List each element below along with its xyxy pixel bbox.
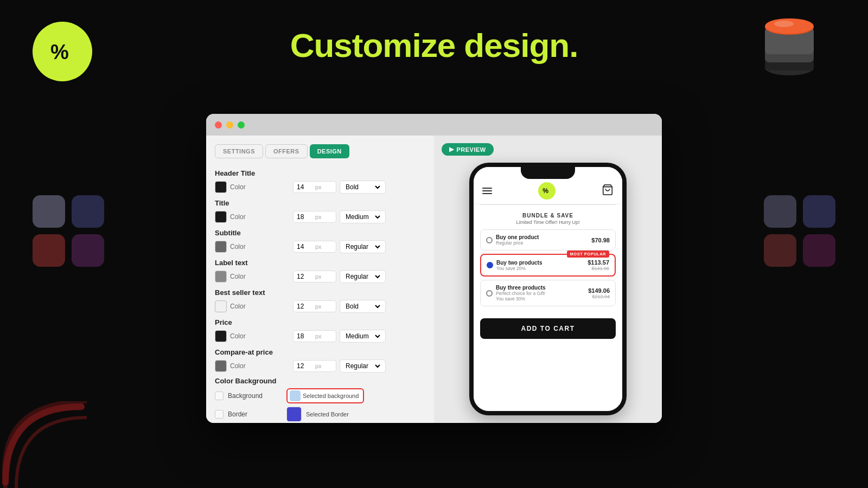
phone-logo: % (538, 182, 556, 200)
offer-price-one: $70.98 (591, 237, 610, 243)
most-popular-badge: MOST POPULAR (567, 251, 609, 258)
price-row: Color px Medium Bold Regular (215, 330, 425, 343)
bundle-subtitle: Limited Time Offer! Hurry Up! (480, 220, 616, 225)
offer-card-one[interactable]: Buy one product Regular price $70.98 (480, 229, 616, 251)
group-header-title: Header Title (215, 169, 425, 177)
label-text-px-unit: px (315, 273, 322, 280)
best-seller-text-px-value[interactable] (297, 303, 315, 310)
preview-button[interactable]: ▶ PREVIEW (442, 143, 494, 156)
promo-icon (754, 16, 825, 87)
best-seller-text-weight-option[interactable]: Bold Medium Regular (343, 302, 382, 311)
tab-offers[interactable]: OFFERS (265, 144, 308, 158)
deco-sq-2 (72, 195, 104, 228)
group-compare-price: Compare-at price (215, 348, 425, 356)
offer-radio-one[interactable] (486, 237, 493, 243)
group-best-seller-text: Best seller text (215, 288, 425, 297)
preview-panel: ▶ PREVIEW % (434, 136, 662, 423)
label-text-color-label: Color (230, 273, 290, 280)
subtitle-px-value[interactable] (297, 243, 315, 251)
subtitle-px-input[interactable]: px (293, 241, 336, 253)
deco-squares-left (33, 195, 104, 267)
label-text-weight-select[interactable]: Regular Bold Medium (340, 270, 386, 283)
phone-mockup: % BUNDL (469, 163, 627, 415)
border-color-swatch[interactable] (286, 407, 302, 421)
offer-price-main-one: $70.98 (591, 237, 610, 243)
close-button[interactable] (215, 121, 222, 129)
offer-price-old-two: $141.96 (588, 266, 609, 271)
title-color-swatch[interactable] (215, 211, 227, 223)
subtitle-color-swatch[interactable] (215, 241, 227, 253)
hamburger-icon[interactable] (482, 188, 492, 194)
price-px-input[interactable]: px (293, 330, 336, 342)
label-text-px-input[interactable]: px (293, 271, 336, 282)
price-color-swatch[interactable] (215, 330, 227, 342)
color-bg-background-checkbox[interactable] (215, 391, 224, 400)
header-title-weight-select[interactable]: Bold Medium Regular (340, 181, 386, 194)
title-px-value[interactable] (297, 213, 315, 221)
ham-line-1 (482, 188, 492, 189)
label-text-color-swatch[interactable] (215, 271, 227, 282)
compare-price-weight-option[interactable]: Regular Bold Medium (343, 362, 382, 370)
title-px-input[interactable]: px (293, 211, 336, 223)
header-title-px-unit: px (315, 184, 322, 190)
compare-price-px-value[interactable] (297, 362, 315, 370)
offer-card-three[interactable]: Buy three products Perfect choice for a … (480, 280, 616, 306)
best-seller-text-weight-select[interactable]: Bold Medium Regular (340, 300, 386, 313)
offer-radio-two[interactable] (487, 262, 493, 268)
color-bg-border-label: Border (228, 410, 282, 418)
title-weight-select[interactable]: Medium Bold Regular (340, 210, 386, 223)
offer-sub-one: Regular price (496, 240, 588, 246)
best-seller-text-color-label: Color (230, 303, 290, 310)
title-weight-option[interactable]: Medium Bold Regular (343, 213, 382, 221)
bundle-title: BUNDLE & SAVE (480, 213, 616, 219)
best-seller-text-color-swatch[interactable] (215, 300, 227, 312)
compare-price-weight-select[interactable]: Regular Bold Medium (340, 359, 386, 373)
compare-price-color-swatch[interactable] (215, 360, 227, 372)
compare-price-px-unit: px (315, 363, 322, 369)
tab-design[interactable]: DESIGN (310, 144, 349, 158)
settings-body: Header Title Color px Bold Medium Regula… (206, 164, 434, 421)
offer-radio-three[interactable] (486, 290, 493, 297)
selected-bg-swatch (290, 390, 301, 401)
offer-sub-three: Perfect choice for a Gift! (496, 291, 585, 296)
offer-price-two: $113.57 $141.96 (588, 259, 609, 271)
maximize-button[interactable] (238, 121, 245, 129)
offer-name-two: Buy two products (496, 260, 584, 266)
color-bg-border-checkbox[interactable] (215, 410, 224, 419)
deco-sq-r3 (764, 234, 796, 267)
label-text-weight-option[interactable]: Regular Bold Medium (343, 272, 382, 281)
header-title-weight-option[interactable]: Bold Medium Regular (343, 183, 382, 191)
compare-price-px-input[interactable]: px (293, 360, 336, 372)
add-to-cart-button[interactable]: ADD TO CART (480, 318, 616, 339)
header-title-color-swatch[interactable] (215, 181, 227, 193)
phone-screen: % BUNDL (474, 167, 622, 411)
minimize-button[interactable] (226, 121, 233, 129)
offer-price-three: $149.06 $212.94 (588, 287, 610, 299)
logo-badge: % (33, 22, 92, 81)
header-title-px-value[interactable] (297, 183, 315, 191)
best-seller-text-px-input[interactable]: px (293, 300, 336, 312)
header-title-px-input[interactable]: px (293, 181, 336, 193)
color-bg-border-row: Border Selected Border (215, 407, 425, 421)
ham-line-3 (482, 193, 492, 194)
offer-price-main-three: $149.06 (588, 287, 610, 294)
offer-card-two[interactable]: MOST POPULAR Buy two products You save 2… (480, 254, 616, 277)
selected-background-pill[interactable]: Selected background (286, 388, 364, 403)
price-weight-select[interactable]: Medium Bold Regular (340, 330, 386, 343)
label-text-px-value[interactable] (297, 273, 315, 280)
offer-price-old-three: $212.94 (588, 294, 610, 299)
selected-bg-text: Selected background (303, 393, 359, 399)
deco-sq-r1 (764, 195, 796, 228)
price-weight-option[interactable]: Medium Bold Regular (343, 332, 382, 341)
subtitle-weight-option[interactable]: Regular Bold Medium (343, 242, 382, 251)
deco-sq-r4 (803, 234, 835, 267)
tab-settings[interactable]: SETTINGS (215, 144, 263, 158)
settings-panel: SETTINGS OFFERS DESIGN Header Title Colo… (206, 136, 434, 423)
subtitle-weight-select[interactable]: Regular Bold Medium (340, 240, 386, 253)
price-color-label: Color (230, 332, 290, 340)
price-px-value[interactable] (297, 332, 315, 340)
ham-line-2 (482, 190, 492, 191)
subtitle-color-label: Color (230, 243, 290, 251)
cart-icon[interactable] (602, 184, 614, 198)
compare-price-color-label: Color (230, 362, 290, 370)
